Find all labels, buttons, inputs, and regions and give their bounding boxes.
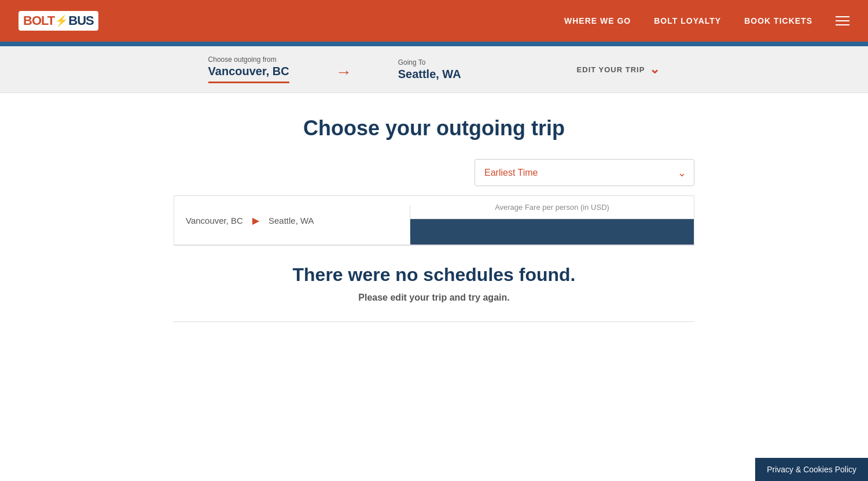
edit-trip-label: EDIT YOUR TRIP [577, 65, 645, 74]
nav-book-tickets[interactable]: BOOK TICKETS [744, 16, 812, 25]
filter-row: Earliest Time Morning Afternoon Evening … [174, 159, 694, 186]
trip-from-section: Choose outgoing from Vancouver, BC [208, 56, 289, 83]
route-from-text: Vancouver, BC [186, 216, 243, 225]
logo-bus-text: BUS [68, 13, 93, 28]
logo-bolt-text: BOLT [23, 13, 54, 28]
edit-trip-chevron-icon: ⌄ [649, 62, 660, 77]
hamburger-menu-button[interactable] [836, 16, 849, 25]
no-schedules-subtitle: Please edit your trip and try again. [174, 293, 694, 303]
logo-area[interactable]: BOLT ⚡ BUS [19, 11, 98, 31]
trip-from-value: Vancouver, BC [208, 65, 289, 78]
fare-label: Average Fare per person (in USD) [410, 196, 694, 219]
main-content: Choose your outgoing trip Earliest Time … [0, 93, 868, 345]
route-header-row: Vancouver, BC ▶ Seattle, WA Average Fare… [174, 196, 694, 245]
trip-from-underline [208, 82, 289, 83]
logo-box: BOLT ⚡ BUS [19, 11, 98, 31]
cookie-policy-button[interactable]: Privacy & Cookies Policy [755, 458, 868, 481]
time-filter-select[interactable]: Earliest Time Morning Afternoon Evening [475, 159, 694, 186]
header: BOLT ⚡ BUS WHERE WE GO BOLT LOYALTY BOOK… [0, 0, 868, 42]
nav-where-we-go[interactable]: WHERE WE GO [564, 16, 631, 25]
time-filter-wrapper: Earliest Time Morning Afternoon Evening … [475, 159, 694, 186]
edit-trip-button[interactable]: EDIT YOUR TRIP ⌄ [577, 62, 660, 77]
trip-from-label: Choose outgoing from [208, 56, 277, 64]
trip-bar: Choose outgoing from Vancouver, BC → Goi… [0, 46, 868, 93]
hamburger-line-2 [836, 20, 849, 21]
no-schedules-title: There were no schedules found. [174, 264, 694, 286]
hamburger-line-3 [836, 24, 849, 25]
page-title: Choose your outgoing trip [303, 116, 565, 140]
route-info-cell: Vancouver, BC ▶ Seattle, WA [174, 206, 410, 235]
route-table: Vancouver, BC ▶ Seattle, WA Average Fare… [174, 195, 694, 246]
lightning-icon: ⚡ [55, 14, 68, 27]
fare-header-cell: Average Fare per person (in USD) [410, 196, 694, 245]
trip-to-label: Going To [398, 58, 426, 66]
route-arrow-icon: ▶ [252, 215, 259, 226]
filter-table-area: Earliest Time Morning Afternoon Evening … [174, 159, 694, 322]
trip-to-section: Going To Seattle, WA [398, 58, 461, 81]
hamburger-line-1 [836, 16, 849, 17]
no-schedules-section: There were no schedules found. Please ed… [174, 264, 694, 322]
trip-direction-arrow-icon: → [336, 63, 352, 82]
fare-dark-bar [410, 219, 694, 245]
header-nav: WHERE WE GO BOLT LOYALTY BOOK TICKETS [564, 16, 849, 25]
nav-bolt-loyalty[interactable]: BOLT LOYALTY [654, 16, 721, 25]
route-to-text: Seattle, WA [269, 216, 314, 225]
trip-to-value: Seattle, WA [398, 68, 461, 81]
trip-from-info: Choose outgoing from Vancouver, BC [208, 56, 289, 78]
blue-accent-strip [0, 42, 868, 46]
